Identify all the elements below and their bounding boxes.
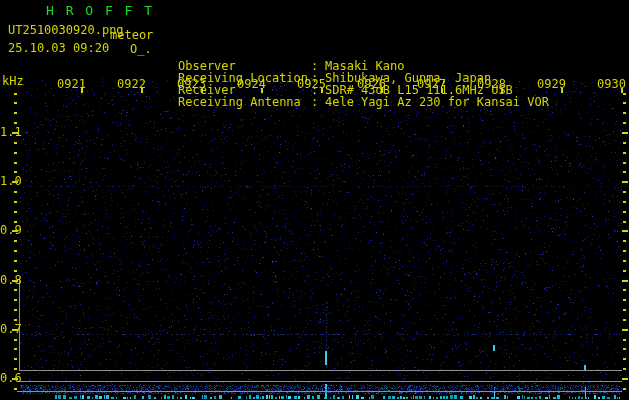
freq-tick-minor-right [623, 112, 626, 114]
freq-tick-minor-right [623, 171, 626, 173]
freq-tick-minor-left [14, 358, 17, 360]
freq-tick-major-right [622, 378, 628, 380]
time-label: 0921 [57, 77, 86, 91]
freq-tick-minor-right [623, 299, 626, 301]
freq-tick-minor-left [14, 102, 17, 104]
time-label: 0922 [117, 77, 146, 91]
freq-tick-minor-left [14, 339, 17, 341]
freq-tick-minor-left [14, 122, 17, 124]
time-label: 0923 [177, 77, 206, 91]
time-label: 0929 [537, 77, 566, 91]
info-value: 4ele Yagi Az 230 for Kansai VOR [325, 96, 549, 108]
level-strip-border-line [17, 381, 622, 382]
freq-tick-minor-right [623, 388, 626, 390]
station-name: meteor [110, 28, 153, 42]
freq-tick-minor-left [14, 240, 17, 242]
app-title: H R O F F T [46, 3, 154, 18]
time-label: 0928 [477, 77, 506, 91]
freq-tick-minor-right [623, 162, 626, 164]
info-separator: : [311, 96, 319, 108]
freq-tick-major-right [622, 230, 628, 232]
freq-tick-minor-right [623, 339, 626, 341]
time-label: 0926 [357, 77, 386, 91]
hrofft-screen: H R O F F T UT2510030920.png meteor 25.1… [0, 0, 629, 400]
freq-tick-minor-left [14, 319, 17, 321]
freq-tick-minor-right [623, 142, 626, 144]
status-counter: O_. [130, 42, 152, 56]
freq-tick-minor-right [623, 201, 626, 203]
freq-tick-minor-right [623, 152, 626, 154]
time-label: 0924 [237, 77, 266, 91]
freq-tick-minor-left [14, 348, 17, 350]
freq-tick-minor-right [623, 319, 626, 321]
freq-tick-major-right [622, 329, 628, 331]
y-axis-unit-label: kHz [2, 74, 24, 88]
freq-tick-minor-right [623, 368, 626, 370]
freq-tick-minor-left [14, 191, 17, 193]
level-strip-border-line [17, 391, 622, 392]
info-label: Receiving Antenna [178, 96, 311, 108]
freq-tick-minor-left [14, 270, 17, 272]
freq-tick-minor-left [14, 171, 17, 173]
freq-tick-minor-right [623, 260, 626, 262]
freq-label: 0.6 [0, 371, 22, 385]
observer-info-block: Observer:Masaki KanoReceiving Location:S… [178, 3, 628, 63]
info-row: Receiving Antenna:4ele Yagi Az 230 for K… [178, 96, 628, 108]
freq-label: 1.0 [0, 174, 22, 188]
freq-tick-minor-right [623, 348, 626, 350]
freq-tick-minor-right [623, 240, 626, 242]
freq-tick-minor-left [14, 162, 17, 164]
freq-label: 0.9 [0, 223, 22, 237]
freq-tick-minor-left [14, 309, 17, 311]
freq-tick-minor-left [14, 299, 17, 301]
time-label: 0925 [297, 77, 326, 91]
freq-tick-major-right [622, 280, 628, 282]
freq-tick-minor-right [623, 270, 626, 272]
freq-tick-minor-left [14, 250, 17, 252]
freq-tick-minor-left [14, 93, 17, 95]
time-label: 0927 [417, 77, 446, 91]
freq-label: 1.1 [0, 125, 22, 139]
freq-tick-minor-left [14, 152, 17, 154]
freq-tick-major-right [622, 132, 628, 134]
freq-tick-minor-right [623, 191, 626, 193]
freq-tick-minor-left [14, 368, 17, 370]
freq-tick-minor-right [623, 122, 626, 124]
freq-tick-minor-right [623, 221, 626, 223]
freq-tick-minor-left [14, 260, 17, 262]
freq-tick-minor-left [14, 112, 17, 114]
freq-tick-minor-right [623, 250, 626, 252]
freq-tick-major-right [622, 181, 628, 183]
freq-label: 0.7 [0, 322, 22, 336]
capture-filename: UT2510030920.png [8, 23, 124, 37]
freq-tick-minor-right [623, 358, 626, 360]
freq-tick-minor-right [623, 309, 626, 311]
freq-label: 0.8 [0, 273, 22, 287]
freq-tick-minor-left [14, 201, 17, 203]
time-label: 0930 [597, 77, 626, 91]
freq-tick-minor-left [14, 289, 17, 291]
level-strip-border-line [19, 370, 622, 371]
freq-tick-minor-left [14, 388, 17, 390]
freq-tick-minor-right [623, 211, 626, 213]
freq-tick-minor-left [14, 142, 17, 144]
freq-tick-minor-right [623, 289, 626, 291]
freq-tick-minor-left [14, 211, 17, 213]
capture-datetime: 25.10.03 09:20 [8, 41, 109, 55]
